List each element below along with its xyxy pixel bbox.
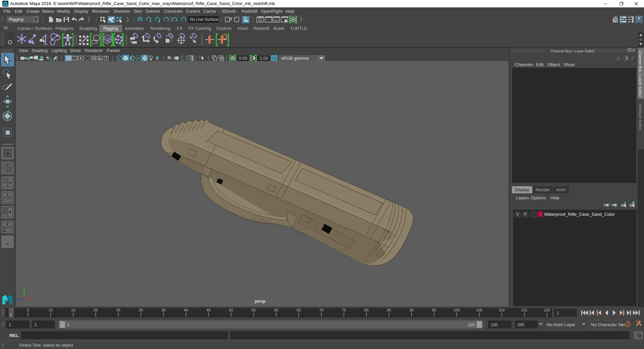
- svg-text:1.00: 1.00: [260, 56, 268, 61]
- svg-text:No Live Surface: No Live Surface: [190, 17, 219, 22]
- svg-text:30: 30: [139, 308, 143, 312]
- svg-text:40: 40: [184, 308, 188, 312]
- svg-text:1: 1: [557, 311, 559, 315]
- svg-text:No Anim Layer: No Anim Layer: [547, 322, 576, 327]
- svg-text:60: 60: [274, 308, 278, 312]
- svg-text:z: z: [17, 297, 19, 301]
- svg-text:1: 1: [35, 322, 37, 327]
- svg-text:35: 35: [161, 308, 165, 312]
- svg-text:persp: persp: [255, 299, 266, 304]
- svg-text:y: y: [23, 286, 25, 290]
- svg-text:1: 1: [10, 313, 12, 317]
- svg-text:65: 65: [297, 308, 301, 312]
- svg-text:80: 80: [364, 308, 368, 312]
- svg-text:sRGB gamma: sRGB gamma: [281, 56, 309, 61]
- svg-text:0.00: 0.00: [239, 56, 247, 61]
- svg-text:90: 90: [410, 308, 414, 312]
- svg-text:1: 1: [67, 322, 69, 327]
- svg-text:x: x: [30, 297, 32, 301]
- svg-text:Rigging: Rigging: [9, 17, 23, 22]
- svg-text:50: 50: [229, 308, 233, 312]
- svg-text:25: 25: [116, 308, 120, 312]
- svg-text:75: 75: [342, 308, 346, 312]
- svg-text:10: 10: [49, 308, 53, 312]
- svg-text:70: 70: [319, 308, 323, 312]
- svg-text:100: 100: [453, 308, 460, 312]
- svg-text:No Character Set: No Character Set: [591, 322, 625, 327]
- svg-text:IPR: IPR: [274, 19, 278, 22]
- svg-text:120: 120: [491, 322, 497, 327]
- svg-text:{;}: {;}: [636, 335, 639, 338]
- svg-text:95: 95: [432, 308, 436, 312]
- svg-text:85: 85: [387, 308, 391, 312]
- svg-text:5: 5: [27, 308, 29, 312]
- svg-text:1: 1: [9, 322, 11, 327]
- svg-text:55: 55: [252, 308, 256, 312]
- svg-text:105: 105: [476, 308, 482, 312]
- svg-text:120: 120: [544, 308, 550, 312]
- svg-text:45: 45: [207, 308, 211, 312]
- svg-text:15: 15: [71, 308, 75, 312]
- svg-text:110: 110: [499, 308, 505, 312]
- svg-text:200: 200: [518, 322, 524, 327]
- svg-text:ON: ON: [273, 57, 276, 59]
- svg-text:115: 115: [521, 308, 527, 312]
- svg-text:20: 20: [94, 308, 98, 312]
- svg-text:120: 120: [468, 322, 475, 327]
